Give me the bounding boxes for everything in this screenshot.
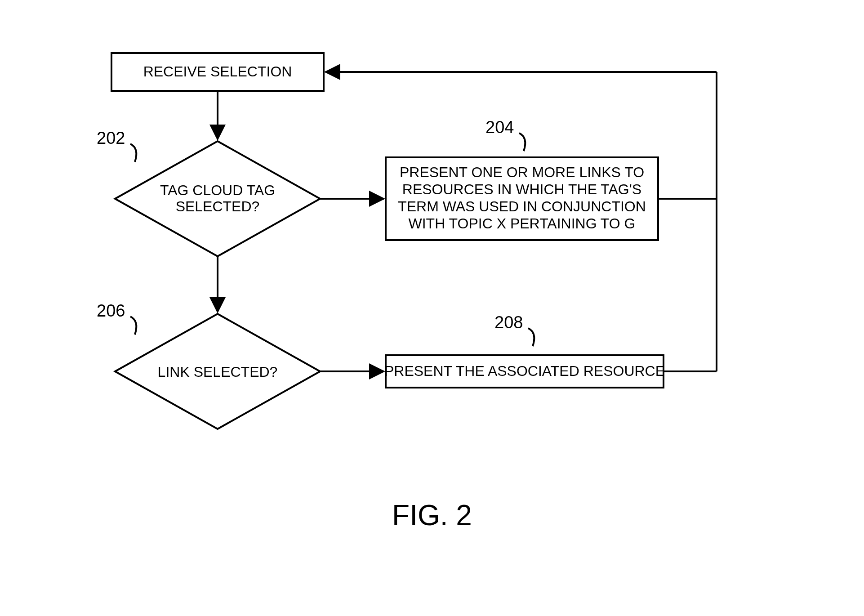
svg-text:206: 206	[97, 301, 125, 320]
receive-selection-text: RECEIVE SELECTION	[143, 63, 292, 80]
svg-text:LINK SELECTED?: LINK SELECTED?	[158, 364, 278, 380]
svg-text:204: 204	[485, 118, 514, 137]
flowchart-figure: RECEIVE SELECTION 202 TAG CLOUD TAG SELE…	[0, 0, 864, 616]
svg-text:PRESENT ONE OR MORE LINKS TO: PRESENT ONE OR MORE LINKS TO	[400, 164, 644, 180]
svg-text:SELECTED?: SELECTED?	[176, 198, 260, 214]
svg-text:202: 202	[97, 129, 125, 147]
svg-text:TAG CLOUD TAG: TAG CLOUD TAG	[160, 182, 275, 198]
label-204: 204	[485, 118, 525, 151]
svg-text:PRESENT THE ASSOCIATED RESOURC: PRESENT THE ASSOCIATED RESOURCE	[384, 363, 665, 379]
label-208: 208	[494, 313, 534, 346]
link-selected-decision: LINK SELECTED?	[115, 314, 320, 429]
label-206: 206	[97, 301, 136, 335]
present-links-box: PRESENT ONE OR MORE LINKS TO RESOURCES I…	[386, 157, 658, 240]
svg-text:TERM WAS USED IN CONJUNCTION: TERM WAS USED IN CONJUNCTION	[398, 198, 646, 214]
svg-text:WITH TOPIC X PERTAINING TO G: WITH TOPIC X PERTAINING TO G	[409, 215, 636, 232]
svg-text:208: 208	[494, 313, 523, 332]
figure-caption: FIG. 2	[392, 499, 472, 531]
svg-text:RESOURCES IN WHICH THE TAG'S: RESOURCES IN WHICH THE TAG'S	[402, 181, 641, 197]
label-202: 202	[97, 129, 136, 162]
receive-selection-box: RECEIVE SELECTION	[111, 53, 324, 91]
tag-cloud-selected-decision: TAG CLOUD TAG SELECTED?	[115, 141, 320, 256]
present-resource-box: PRESENT THE ASSOCIATED RESOURCE	[384, 355, 665, 388]
